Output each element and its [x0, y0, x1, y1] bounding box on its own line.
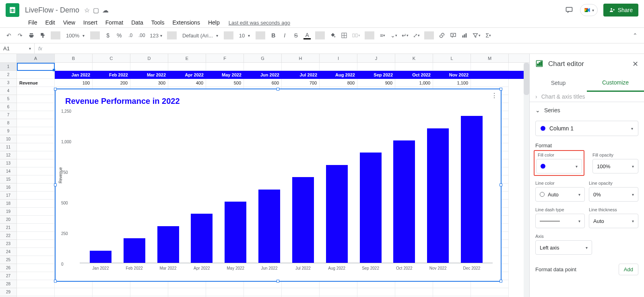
month-header-cell[interactable]: Mar 2022: [130, 71, 168, 79]
value-cell[interactable]: 200: [93, 79, 130, 87]
row-header[interactable]: 21: [0, 224, 17, 232]
bar[interactable]: [157, 226, 179, 263]
scroll-thumb[interactable]: [524, 63, 529, 95]
column-header[interactable]: E: [168, 54, 206, 62]
sheets-logo[interactable]: [6, 3, 19, 17]
month-header-cell[interactable]: Apr 2022: [168, 71, 206, 79]
font-size-dropdown[interactable]: 10: [237, 31, 252, 40]
menu-file[interactable]: File: [25, 19, 41, 27]
row-header[interactable]: 7: [0, 111, 17, 119]
vertical-scrollbar[interactable]: [524, 63, 529, 297]
decrease-decimal-button[interactable]: .0: [126, 31, 135, 40]
line-dash-selector[interactable]: [535, 214, 585, 228]
resize-handle[interactable]: [54, 88, 57, 91]
row-header[interactable]: 2: [0, 71, 17, 79]
row-header[interactable]: 22: [0, 232, 17, 240]
row-header[interactable]: 6: [0, 103, 17, 111]
column-header[interactable]: I: [320, 54, 357, 62]
row-header[interactable]: 4: [0, 87, 17, 95]
column-header[interactable]: D: [130, 54, 168, 62]
resize-handle[interactable]: [277, 280, 279, 283]
text-color-button[interactable]: A: [302, 31, 312, 40]
fill-opacity-selector[interactable]: 100%: [592, 159, 638, 173]
axis-selector[interactable]: Left axis: [535, 240, 592, 255]
row-header[interactable]: 5: [0, 95, 17, 103]
row-header[interactable]: 24: [0, 248, 17, 256]
row-label-cell[interactable]: Revenue: [17, 79, 55, 87]
line-color-selector[interactable]: Auto: [535, 187, 585, 202]
column-header[interactable]: K: [395, 54, 433, 62]
row-header[interactable]: 3: [0, 79, 17, 87]
fill-color-button[interactable]: [328, 31, 338, 40]
column-header[interactable]: C: [93, 54, 130, 62]
row-header[interactable]: 1: [0, 63, 17, 71]
chart-menu-icon[interactable]: ⋮: [491, 92, 497, 99]
series-selector[interactable]: Column 1: [535, 121, 638, 136]
value-cell[interactable]: 500: [206, 79, 244, 87]
currency-button[interactable]: $: [103, 31, 113, 40]
value-cell[interactable]: 100: [55, 79, 93, 87]
star-icon[interactable]: ☆: [84, 6, 90, 14]
tab-setup[interactable]: Setup: [530, 74, 587, 92]
month-header-cell[interactable]: Jun 2022: [244, 71, 282, 79]
month-header-cell[interactable]: Jul 2022: [282, 71, 320, 79]
row-header[interactable]: 16: [0, 184, 17, 192]
section-series[interactable]: ⌄ Series: [530, 102, 644, 118]
row-header[interactable]: 12: [0, 151, 17, 159]
column-header[interactable]: B: [55, 54, 93, 62]
column-header[interactable]: L: [433, 54, 471, 62]
row-header[interactable]: 23: [0, 240, 17, 248]
column-header[interactable]: H: [282, 54, 320, 62]
add-data-point-button[interactable]: Add: [619, 264, 638, 275]
print-button[interactable]: [27, 31, 36, 40]
menu-help[interactable]: Help: [205, 19, 223, 27]
share-button[interactable]: Share: [603, 4, 638, 16]
row-header[interactable]: 13: [0, 159, 17, 167]
value-cell[interactable]: 700: [282, 79, 320, 87]
line-thickness-selector[interactable]: Auto: [589, 214, 638, 228]
borders-button[interactable]: [339, 31, 349, 40]
column-header[interactable]: M: [471, 54, 509, 62]
resize-handle[interactable]: [277, 88, 279, 91]
resize-handle[interactable]: [54, 184, 57, 186]
menu-data[interactable]: Data: [128, 19, 147, 27]
strikethrough-button[interactable]: S: [291, 31, 301, 40]
month-header-cell[interactable]: Feb 2022: [93, 71, 130, 79]
resize-handle[interactable]: [500, 184, 502, 186]
bar[interactable]: [225, 202, 246, 263]
value-cell[interactable]: 600: [244, 79, 282, 87]
month-header-cell[interactable]: Jan 2022: [55, 71, 93, 79]
percent-button[interactable]: %: [114, 31, 124, 40]
row-header[interactable]: 14: [0, 167, 17, 175]
text-rotation-button[interactable]: ⤢▾: [411, 31, 421, 40]
functions-button[interactable]: Σ▾: [483, 31, 493, 40]
redo-button[interactable]: ↷: [15, 31, 25, 40]
value-cell[interactable]: 300: [130, 79, 168, 87]
line-opacity-selector[interactable]: 0%: [589, 187, 638, 202]
bar[interactable]: [258, 190, 280, 263]
row-header[interactable]: 10: [0, 135, 17, 143]
bar[interactable]: [90, 251, 111, 263]
value-cell[interactable]: 900: [357, 79, 395, 87]
row-header[interactable]: 25: [0, 256, 17, 264]
paint-format-button[interactable]: [38, 31, 47, 40]
insert-chart-button[interactable]: [460, 31, 469, 40]
bar[interactable]: [427, 128, 449, 263]
resize-handle[interactable]: [54, 280, 57, 283]
undo-button[interactable]: ↶: [4, 31, 14, 40]
last-edit-link[interactable]: Last edit was seconds ago: [229, 20, 290, 26]
fill-color-selector[interactable]: [536, 159, 582, 173]
bold-button[interactable]: B: [268, 31, 278, 40]
value-cell[interactable]: 800: [320, 79, 357, 87]
column-header[interactable]: F: [206, 54, 244, 62]
row-header[interactable]: 19: [0, 208, 17, 216]
row-header[interactable]: 27: [0, 272, 17, 280]
month-header-cell[interactable]: Aug 2022: [320, 71, 357, 79]
month-header-cell[interactable]: Oct 2022: [395, 71, 433, 79]
text-wrap-button[interactable]: ↵▾: [400, 31, 410, 40]
font-dropdown[interactable]: Default (Ari...: [180, 31, 221, 40]
close-icon[interactable]: ✕: [632, 60, 638, 68]
toolbar-collapse-button[interactable]: ⌃: [630, 31, 640, 40]
menu-format[interactable]: Format: [102, 19, 126, 27]
italic-button[interactable]: I: [280, 31, 289, 40]
